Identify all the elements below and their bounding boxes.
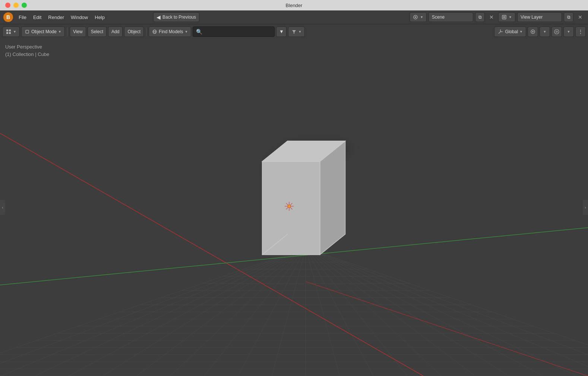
svg-point-20 [554,29,559,34]
search-container: 🔍 [193,26,275,37]
add-menu-button[interactable]: Add [108,26,123,37]
collapse-left-icon: ‹ [2,206,3,210]
back-to-previous-button[interactable]: ◀ Back to Previous [153,12,199,22]
filter-button[interactable]: ▼ [288,26,305,37]
toolbar: ▼ Object Mode ▼ View Select Add Object F… [0,24,588,39]
viewport[interactable]: User Perspective (1) Collection | Cube ‹… [0,39,588,376]
object-label: Object [127,29,140,34]
snap-button[interactable] [528,26,538,37]
search-options-button[interactable]: ▼ [276,26,287,37]
view-layer-name-input[interactable] [517,12,562,22]
blender-logo-icon: B [3,12,13,22]
more-icon: ⋮ [578,29,583,35]
editor-type-button[interactable]: ▼ [2,26,20,37]
svg-point-21 [556,31,557,32]
render-icon [502,15,507,20]
svg-text:B: B [6,14,10,20]
transform-orientation-button[interactable]: Global ▼ [494,26,526,37]
transform-icon [497,29,503,35]
proportional-icon [554,29,560,35]
object-mode-label: Object Mode [31,29,57,34]
search-icon: 🔍 [196,29,202,35]
search-input[interactable] [205,29,271,34]
more-options-button[interactable]: ⋮ [575,26,586,37]
snap-options-button[interactable]: ▼ [540,26,550,37]
menu-window[interactable]: Window [68,13,91,22]
menu-edit[interactable]: Edit [30,13,44,22]
object-menu-button[interactable]: Object [124,26,144,37]
perspective-label: User Perspective [5,44,42,50]
proportional-options-button[interactable]: ▼ [563,26,574,37]
mode-chevron: ▼ [58,30,61,34]
svg-rect-9 [9,32,11,34]
menubar: B File Edit Render Window Help ◀ Back to… [0,10,588,24]
maximize-button[interactable] [22,3,27,8]
new-scene-icon: ⧉ [478,15,482,20]
add-label: Add [111,29,119,34]
view-label: View [73,29,83,34]
new-scene-button[interactable]: ⧉ [475,12,485,22]
snap-icon [530,29,536,35]
search-options-icon: ▼ [279,29,284,34]
separator-2 [146,27,146,36]
back-to-previous-label: Back to Previous [162,15,196,20]
close-viewlayer-icon: ✕ [578,14,582,20]
close-viewlayer-button[interactable]: ✕ [575,12,585,22]
menu-render[interactable]: Render [45,13,67,22]
transform-chevron: ▼ [519,30,523,34]
window-controls [5,3,27,8]
back-icon: ◀ [157,14,161,20]
svg-line-17 [499,32,500,34]
window-title: Blender [286,3,303,8]
separator-1 [67,27,67,36]
collapse-right-icon: › [585,206,586,210]
select-menu-button[interactable]: Select [88,26,107,37]
menu-file[interactable]: File [16,13,29,22]
svg-rect-10 [26,30,29,33]
collapse-right-button[interactable]: › [583,200,588,215]
filter-chevron: ▼ [298,30,301,34]
scene-name-input[interactable] [429,12,473,22]
proportional-edit-button[interactable] [551,26,562,37]
transform-label: Global [505,29,518,34]
close-scene-icon: ✕ [489,14,494,20]
viewport-icon [6,29,12,35]
view-layer-type-button[interactable]: ▼ [498,12,515,22]
select-label: Select [91,29,103,34]
svg-rect-6 [6,29,8,31]
editor-type-chevron: ▼ [13,30,16,34]
snap-chevron: ▼ [543,30,547,34]
svg-point-3 [415,16,416,18]
titlebar: Blender [0,0,588,10]
svg-point-19 [532,31,534,32]
scene-dropdown-icon: ▼ [420,15,423,19]
svg-rect-8 [6,32,8,34]
scene-type-button[interactable]: ▼ [410,12,427,22]
new-viewlayer-button[interactable]: ⧉ [564,12,573,22]
svg-marker-14 [292,30,296,34]
close-button[interactable] [5,3,10,8]
globe-icon [152,29,157,34]
filter-icon [291,29,297,34]
menu-help[interactable]: Help [92,13,108,22]
find-models-chevron: ▼ [184,30,188,34]
svg-rect-7 [9,29,11,31]
collapse-left-button[interactable]: ‹ [0,200,5,215]
collection-label: (1) Collection | Cube [5,51,49,57]
object-mode-button[interactable]: Object Mode ▼ [21,26,65,37]
close-scene-button[interactable]: ✕ [487,12,496,22]
find-models-button[interactable]: Find Models ▼ [149,26,191,37]
view-menu-button[interactable]: View [70,26,86,37]
minimize-button[interactable] [13,3,19,8]
proportional-chevron: ▼ [567,30,570,34]
new-viewlayer-icon: ⧉ [567,15,570,20]
grid-canvas [0,39,588,376]
scene-icon [413,15,418,20]
object-mode-icon [25,29,30,34]
viewlayer-dropdown-icon: ▼ [509,15,512,19]
find-models-label: Find Models [159,29,183,34]
svg-rect-5 [503,16,505,18]
